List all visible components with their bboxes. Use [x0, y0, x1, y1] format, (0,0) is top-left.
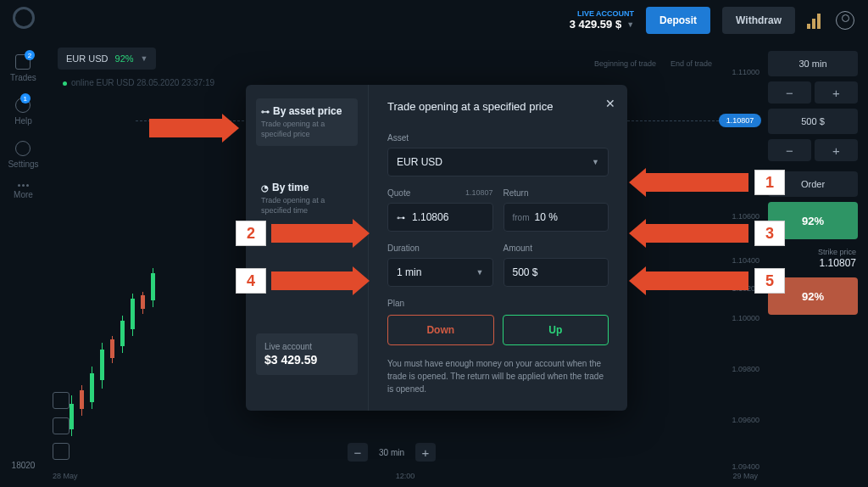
y-tick: 1.10400 [732, 256, 760, 265]
asset-label: Asset [387, 133, 609, 143]
return-label: Return [504, 188, 609, 198]
close-icon[interactable]: ✕ [605, 97, 615, 110]
modal-title: Trade opening at a specified price [387, 100, 609, 113]
duration-select[interactable]: 1 min▼ [387, 258, 493, 287]
plan-label: Plan [387, 299, 609, 308]
annotation-arrow [271, 271, 356, 290]
sidebar-item-label: More [14, 190, 33, 199]
withdraw-button[interactable]: Withdraw [722, 7, 795, 34]
zoom-out-button[interactable]: − [348, 443, 368, 462]
duration-minus-button[interactable]: − [768, 81, 811, 104]
account-balance: 3 429.59 $ [570, 19, 621, 31]
live-account-box: Live account $3 429.59 [256, 333, 358, 375]
sidebar-item-label: Help [14, 116, 32, 126]
annotation-arrow [643, 173, 748, 192]
chevron-down-icon: ▼ [476, 268, 484, 277]
sidebar-item-settings[interactable]: Settings [8, 141, 38, 169]
amount-plus-button[interactable]: + [815, 139, 858, 161]
multichart-icon[interactable] [53, 443, 70, 460]
sidebar-item-help[interactable]: 1 Help [14, 98, 32, 126]
y-tick: 1.09600 [732, 416, 760, 424]
tier-icon[interactable] [807, 12, 824, 29]
annotation-arrow [271, 224, 356, 243]
amount-select[interactable]: 500 $ [768, 109, 858, 134]
amount-minus-button[interactable]: − [768, 139, 811, 161]
duration-label: Duration [387, 244, 493, 253]
annotation-4: 4 [236, 268, 266, 294]
y-tick: 1.09800 [732, 365, 760, 373]
sidebar: 2 Trades 1 Help Settings More 18020 [0, 0, 47, 487]
tab-by-asset-price[interactable]: ⊶By asset price Trade opening at a speci… [256, 98, 358, 146]
header: LIVE ACCOUNT 3 429.59 $ ▼ Deposit Withdr… [556, 0, 868, 41]
price-icon: ⊶ [261, 107, 270, 116]
annotation-5: 5 [754, 268, 785, 294]
annotation-arrow [643, 271, 748, 290]
asset-select[interactable]: EUR USD▼ [387, 148, 609, 176]
quote-input[interactable]: ⊶ 1.10806 [387, 203, 493, 232]
duration-select[interactable]: 30 min [768, 51, 858, 76]
plan-down-button[interactable]: Down [387, 315, 494, 345]
deposit-button[interactable]: Deposit [646, 7, 710, 34]
order-modal: ⊶By asset price Trade opening at a speci… [246, 85, 627, 411]
status-line: online EUR USD 28.05.2020 23:37:19 [63, 78, 214, 87]
x-axis: 28 May 12:00 29 May [53, 472, 758, 480]
profile-icon[interactable] [836, 11, 854, 30]
drawing-icon[interactable] [53, 417, 70, 434]
clock-icon: ◔ [261, 183, 269, 193]
zoom-in-button[interactable]: + [415, 443, 436, 462]
modal-body: Trade opening at a specified price ✕ Ass… [369, 85, 627, 411]
modal-sidebar: ⊶By asset price Trade opening at a speci… [246, 85, 369, 411]
y-tick: 1.09400 [732, 462, 760, 471]
quote-hint: 1.10807 [465, 188, 493, 197]
dots-icon [18, 184, 29, 187]
app-logo [13, 7, 35, 29]
chart-tools [53, 392, 70, 460]
account-display[interactable]: LIVE ACCOUNT 3 429.59 $ ▼ [570, 9, 634, 31]
duration-plus-button[interactable]: + [815, 81, 858, 104]
timeframe-control: − 30 min + [348, 443, 436, 462]
plan-up-button[interactable]: Up [503, 315, 609, 345]
asset-payout: 92% [115, 53, 134, 64]
sidebar-item-trades[interactable]: 2 Trades [10, 54, 36, 82]
sidebar-item-more[interactable]: More [14, 184, 33, 199]
asset-selector[interactable]: EUR USD 92% ▼ [58, 48, 156, 70]
y-tick: 1.10000 [732, 314, 760, 322]
badge: 2 [25, 50, 35, 60]
quote-label: Quote 1.10807 [387, 188, 493, 198]
return-input[interactable]: from10 % [504, 203, 609, 232]
chevron-down-icon: ▼ [141, 54, 148, 63]
y-tick: 1.10600 [732, 212, 760, 221]
sidebar-item-label: Settings [8, 160, 38, 169]
annotation-arrow [643, 224, 748, 243]
y-tick: 1.11000 [732, 68, 760, 76]
gear-icon [15, 141, 31, 156]
annotation-1: 1 [754, 170, 785, 195]
indicators-icon[interactable] [53, 392, 70, 409]
amount-input[interactable]: 500 $ [504, 258, 609, 287]
sidebar-item-label: Trades [10, 73, 36, 82]
annotation-3: 3 [754, 221, 785, 246]
amount-label: Amount [504, 244, 609, 253]
timeframe-label: 30 min [373, 448, 410, 457]
price-icon: ⊶ [397, 213, 405, 222]
chevron-down-icon: ▼ [592, 158, 599, 166]
beginning-of-trade-label: Beginning of trade [594, 59, 656, 68]
annotation-arrow [149, 119, 225, 137]
chevron-down-icon: ▼ [626, 20, 634, 29]
current-price-tag: 1.10807 [719, 114, 761, 127]
badge: 1 [20, 93, 31, 104]
sidebar-counter: 18020 [12, 461, 36, 470]
modal-note: You must have enough money on your accou… [387, 357, 609, 395]
end-of-trade-label: End of trade [670, 59, 712, 68]
annotation-2: 2 [236, 221, 266, 246]
asset-name: EUR USD [66, 53, 108, 64]
tab-by-time[interactable]: ◔By time Trade opening at a specified ti… [256, 175, 358, 222]
